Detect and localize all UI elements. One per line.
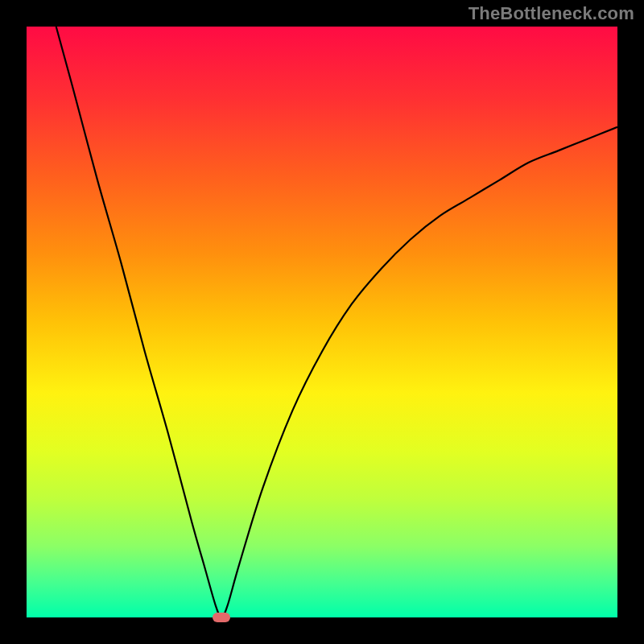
watermark-text: TheBottleneck.com: [469, 3, 634, 24]
bottleneck-curve: [27, 27, 617, 617]
optimum-marker: [213, 613, 230, 622]
plot-area: [27, 27, 617, 617]
chart-frame: TheBottleneck.com: [0, 0, 644, 644]
